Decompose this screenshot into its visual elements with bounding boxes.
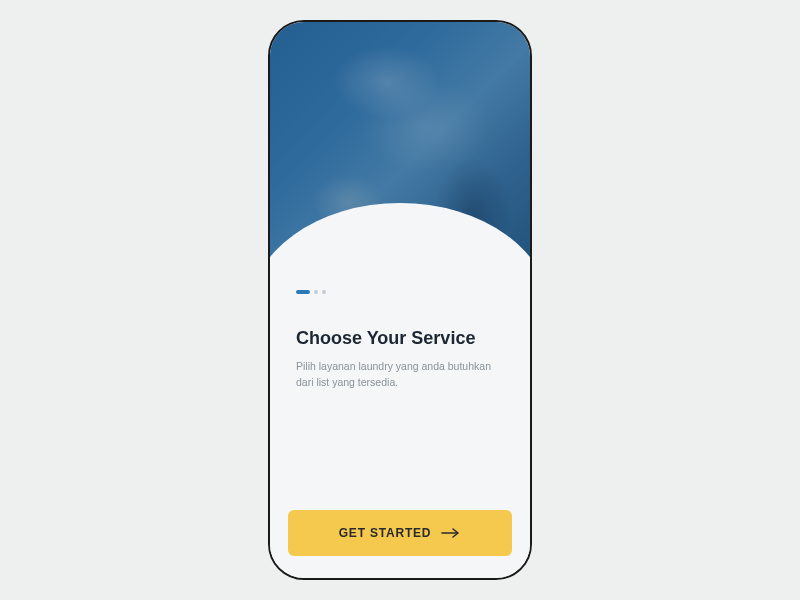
hero-image (270, 22, 530, 322)
onboarding-content: Choose Your Service Pilih layanan laundr… (270, 322, 530, 578)
phone-frame: Choose Your Service Pilih layanan laundr… (268, 20, 532, 580)
page-dot-3[interactable] (322, 290, 326, 294)
hero-curve (270, 203, 530, 322)
arrow-right-icon (441, 527, 461, 539)
page-dot-1[interactable] (296, 290, 310, 294)
page-indicators (296, 290, 326, 294)
onboarding-subtitle: Pilih layanan laundry yang anda butuhkan… (296, 359, 496, 391)
get-started-button[interactable]: GET STARTED (288, 510, 512, 556)
onboarding-title: Choose Your Service (296, 328, 504, 349)
get-started-label: GET STARTED (339, 526, 432, 540)
page-dot-2[interactable] (314, 290, 318, 294)
